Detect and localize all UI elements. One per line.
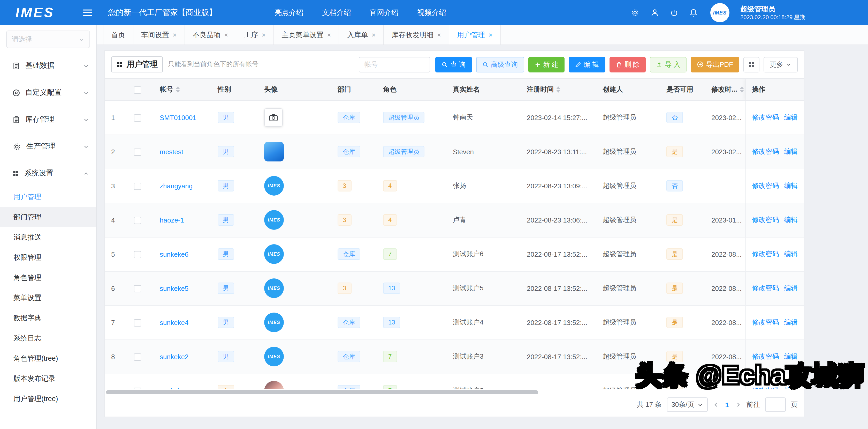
tab-0[interactable]: 首页 xyxy=(103,25,133,45)
tab-3[interactable]: 工序× xyxy=(236,25,274,45)
export-pdf-button[interactable]: 导出PDF xyxy=(691,57,739,72)
sidebar-subitem-8[interactable]: 角色管理(tree) xyxy=(0,348,96,368)
table-row[interactable]: 4haoze-1男IMES34卢青2022-08-23 13:06:...超级管… xyxy=(105,203,804,237)
sort-icon[interactable] xyxy=(176,86,180,93)
sidebar-subitem-3[interactable]: 权限管理 xyxy=(0,247,96,267)
current-page[interactable]: 1 xyxy=(724,401,730,408)
scrollbar-thumb[interactable] xyxy=(106,390,538,394)
change-password-link[interactable]: 修改密码 xyxy=(752,216,779,224)
menu-collapse-icon[interactable] xyxy=(83,9,93,17)
sidebar-subitem-9[interactable]: 版本发布记录 xyxy=(0,368,96,389)
tab-1[interactable]: 车间设置× xyxy=(133,25,185,45)
sidebar-item-0[interactable]: 基础数据 xyxy=(0,52,96,79)
account-search-input[interactable] xyxy=(359,57,430,72)
tab-6[interactable]: 库存收发明细× xyxy=(384,25,449,45)
user-icon[interactable] xyxy=(650,8,659,17)
table-row[interactable]: 1SMT010001男仓库超级管理员钟南天2023-02-14 15:27:..… xyxy=(105,101,804,135)
table-row[interactable]: 6sunkeke5男IMES313测试账户52022-08-17 13:52:.… xyxy=(105,271,804,305)
edit-button[interactable]: 编 辑 xyxy=(569,57,605,72)
query-button[interactable]: 查 询 xyxy=(435,57,472,72)
sort-icon[interactable] xyxy=(556,86,560,93)
sort-icon[interactable] xyxy=(740,86,744,93)
sidebar-item-2[interactable]: 库存管理 xyxy=(0,106,96,133)
close-tab-icon[interactable]: × xyxy=(327,32,331,38)
sidebar-subitem-5[interactable]: 菜单设置 xyxy=(0,288,96,308)
prev-page-button[interactable] xyxy=(713,402,719,408)
close-tab-icon[interactable]: × xyxy=(489,32,492,38)
more-button[interactable]: 更多 xyxy=(764,57,798,72)
change-password-link[interactable]: 修改密码 xyxy=(752,147,779,155)
nav-link-1[interactable]: 文档介绍 xyxy=(322,8,351,17)
sidebar-subitem-1[interactable]: 部门管理 xyxy=(0,207,96,227)
close-tab-icon[interactable]: × xyxy=(372,32,376,38)
row-checkbox[interactable] xyxy=(134,251,141,258)
edit-link[interactable]: 编辑 xyxy=(784,318,798,326)
sidebar-subitem-2[interactable]: 消息推送 xyxy=(0,227,96,247)
edit-link[interactable]: 编辑 xyxy=(784,216,798,224)
create-button[interactable]: 新 建 xyxy=(528,57,564,72)
sidebar-item-4[interactable]: 系统设置 xyxy=(0,160,96,187)
sidebar-subitem-6[interactable]: 数据字典 xyxy=(0,308,96,328)
advanced-query-button[interactable]: 高级查询 xyxy=(476,57,524,72)
settings-icon[interactable] xyxy=(631,8,640,17)
row-checkbox[interactable] xyxy=(134,148,141,156)
change-password-link[interactable]: 修改密码 xyxy=(752,113,779,121)
user-avatar[interactable]: IMES xyxy=(710,3,730,22)
account-link[interactable]: sunkeke4 xyxy=(160,318,188,326)
edit-link[interactable]: 编辑 xyxy=(784,182,798,190)
account-link[interactable]: sunkeke2 xyxy=(160,353,188,361)
account-link[interactable]: sunkeke6 xyxy=(160,250,188,258)
nav-link-2[interactable]: 官网介绍 xyxy=(370,8,399,17)
page-size-select[interactable]: 30条/页 xyxy=(666,397,708,412)
tab-7[interactable]: 用户管理× xyxy=(449,25,501,45)
close-tab-icon[interactable]: × xyxy=(437,32,441,38)
account-link[interactable]: haoze-1 xyxy=(160,216,184,224)
tab-4[interactable]: 主页菜单设置× xyxy=(274,25,339,45)
delete-button[interactable]: 删 除 xyxy=(610,57,646,72)
grid-view-button[interactable] xyxy=(743,57,760,72)
edit-link[interactable]: 编辑 xyxy=(784,147,798,155)
row-checkbox[interactable] xyxy=(134,319,141,326)
notifications-icon[interactable] xyxy=(689,8,698,17)
table-row[interactable]: 7sunkeke4男IMES仓库13测试账户42022-08-17 13:52:… xyxy=(105,305,804,340)
edit-link[interactable]: 编辑 xyxy=(784,284,798,292)
account-link[interactable]: mestest xyxy=(160,148,183,155)
nav-link-0[interactable]: 亮点介绍 xyxy=(275,8,304,17)
logout-icon[interactable] xyxy=(670,8,678,17)
close-tab-icon[interactable]: × xyxy=(261,32,266,38)
sidebar-item-3[interactable]: 生产管理 xyxy=(0,133,96,160)
row-checkbox[interactable] xyxy=(134,183,141,190)
nav-link-3[interactable]: 视频介绍 xyxy=(417,8,446,17)
account-link[interactable]: SMT010001 xyxy=(160,114,196,121)
row-checkbox[interactable] xyxy=(134,217,141,224)
sidebar-subitem-4[interactable]: 角色管理 xyxy=(0,267,96,288)
sidebar-select[interactable]: 请选择 xyxy=(6,31,90,48)
change-password-link[interactable]: 修改密码 xyxy=(752,284,779,292)
row-checkbox[interactable] xyxy=(134,114,141,122)
change-password-link[interactable]: 修改密码 xyxy=(752,182,779,190)
tab-5[interactable]: 入库单× xyxy=(339,25,384,45)
account-link[interactable]: zhangyang xyxy=(160,182,193,190)
table-row[interactable]: 3zhangyang男IMES34张扬2022-08-23 13:09:...超… xyxy=(105,169,804,203)
close-tab-icon[interactable]: × xyxy=(224,32,228,38)
select-all-checkbox[interactable] xyxy=(134,86,141,93)
import-button[interactable]: 导 入 xyxy=(650,57,686,72)
table-row[interactable]: 2mestest男仓库超级管理员Steven2022-08-23 13:11:.… xyxy=(105,135,804,169)
row-checkbox[interactable] xyxy=(134,388,141,389)
account-link[interactable]: sunkeke xyxy=(160,387,185,389)
change-password-link[interactable]: 修改密码 xyxy=(752,250,779,258)
sidebar-subitem-7[interactable]: 系统日志 xyxy=(0,328,96,348)
edit-link[interactable]: 编辑 xyxy=(784,250,798,258)
row-checkbox[interactable] xyxy=(134,353,141,361)
edit-link[interactable]: 编辑 xyxy=(784,113,798,121)
sidebar-subitem-10[interactable]: 用户管理(tree) xyxy=(0,389,96,409)
account-link[interactable]: sunkeke5 xyxy=(160,284,188,292)
next-page-button[interactable] xyxy=(735,402,741,408)
change-password-link[interactable]: 修改密码 xyxy=(752,318,779,326)
goto-page-input[interactable] xyxy=(765,397,786,412)
tab-2[interactable]: 不良品项× xyxy=(185,25,236,45)
sidebar-item-1[interactable]: 自定义配置 xyxy=(0,79,96,106)
table-row[interactable]: 5sunkeke6男IMES仓库7测试账户62022-08-17 13:52:.… xyxy=(105,237,804,271)
row-checkbox[interactable] xyxy=(134,285,141,292)
sidebar-subitem-0[interactable]: 用户管理 xyxy=(0,187,96,207)
